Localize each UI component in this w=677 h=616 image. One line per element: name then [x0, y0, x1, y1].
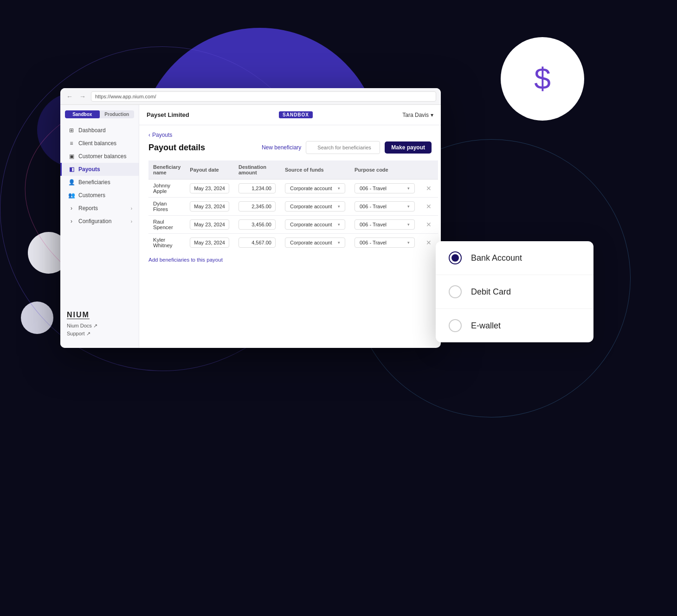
cell-date-1: May 23, 2024 [185, 198, 234, 216]
sidebar-icon-reports: › [68, 205, 75, 212]
purpose-value-2: 006 - Travel [360, 222, 387, 227]
date-picker-1[interactable]: May 23, 2024 [190, 201, 229, 212]
col-purpose: Purpose code [350, 160, 419, 180]
browser-window: ← → https://www.app.nium.com/ Sandbox Pr… [60, 88, 441, 348]
dropdown-option-bank-account[interactable]: Bank Account [436, 241, 593, 275]
purpose-dropdown-icon: ▾ [407, 240, 410, 245]
source-select-3[interactable]: Corporate account ▾ [285, 237, 345, 248]
cell-delete-2: ✕ [419, 216, 438, 234]
delete-row-button-3[interactable]: ✕ [424, 238, 433, 247]
cell-purpose-3: 006 - Travel ▾ [350, 234, 419, 252]
app-layout: Sandbox Production ⊞ Dashboard ≡ Client … [60, 105, 441, 348]
forward-button[interactable]: → [78, 92, 87, 101]
nium-docs-link[interactable]: Nium Docs ↗ [67, 323, 132, 329]
sidebar-item-configuration[interactable]: › Configuration › [60, 215, 139, 228]
cell-purpose-1: 006 - Travel ▾ [350, 198, 419, 216]
dropdown-option-e-wallet[interactable]: E-wallet [436, 309, 593, 342]
table-row: Raul Spencer May 23, 2024 3,456.00 Corpo… [148, 216, 438, 234]
back-button[interactable]: ← [65, 92, 74, 101]
radio-e-wallet [449, 319, 462, 332]
sidebar-item-client-balances[interactable]: ≡ Client balances [60, 137, 139, 150]
sidebar-icon-client-balances: ≡ [68, 140, 75, 147]
source-dropdown-icon: ▾ [338, 222, 340, 227]
user-menu[interactable]: Tara Davis ▾ [402, 112, 433, 118]
env-toggle: Sandbox Production [65, 110, 134, 118]
sidebar-icon-payouts: ◧ [68, 166, 75, 173]
new-beneficiary-link[interactable]: New beneficiary [262, 144, 301, 151]
env-badge: SANDBOX [279, 111, 313, 118]
sidebar-label-dashboard: Dashboard [78, 127, 106, 134]
col-beneficiary: Beneficiary name [148, 160, 185, 180]
cell-delete-0: ✕ [419, 180, 438, 198]
source-value-2: Corporate account [290, 222, 332, 227]
sidebar-icon-beneficiaries: 👤 [68, 179, 75, 186]
chevron-icon: › [131, 219, 132, 224]
payout-table: Beneficiary name Payout date Destination… [148, 160, 438, 251]
date-picker-2[interactable]: May 23, 2024 [190, 219, 229, 230]
option-label-bank-account: Bank Account [471, 253, 522, 263]
table-body: Johnny Apple May 23, 2024 1,234.00 Corpo… [148, 180, 438, 252]
company-name: Payset Limited [147, 111, 189, 118]
cell-date-0: May 23, 2024 [185, 180, 234, 198]
sidebar-items-container: ⊞ Dashboard ≡ Client balances ▣ Customer… [60, 124, 139, 228]
table-header-row: Beneficiary name Payout date Destination… [148, 160, 438, 180]
sidebar-item-reports[interactable]: › Reports › [60, 202, 139, 215]
purpose-value-3: 006 - Travel [360, 240, 387, 245]
cell-source-2: Corporate account ▾ [280, 216, 350, 234]
sidebar-item-beneficiaries[interactable]: 👤 Beneficiaries [60, 176, 139, 189]
dropdown-option-debit-card[interactable]: Debit Card [436, 275, 593, 309]
sidebar-item-payouts[interactable]: ◧ Payouts [60, 163, 139, 176]
cell-source-0: Corporate account ▾ [280, 180, 350, 198]
delete-row-button-2[interactable]: ✕ [424, 220, 433, 229]
purpose-select-0[interactable]: 006 - Travel ▾ [355, 183, 415, 193]
page-header: Payout details New beneficiary 🔍 Make pa… [148, 141, 432, 154]
search-input[interactable] [306, 141, 380, 154]
amount-input-3[interactable]: 4,567.00 [239, 237, 276, 248]
cell-source-1: Corporate account ▾ [280, 198, 350, 216]
delete-row-button-1[interactable]: ✕ [424, 202, 433, 211]
cell-name-2: Raul Spencer [148, 216, 185, 234]
purpose-select-1[interactable]: 006 - Travel ▾ [355, 201, 415, 212]
sidebar-label-configuration: Configuration [78, 218, 111, 225]
add-beneficiaries-link[interactable]: Add beneficiaries to this payout [148, 257, 223, 263]
cell-name-1: Dylan Flores [148, 198, 185, 216]
sidebar-footer-links: Nium Docs ↗ Support ↗ [67, 323, 132, 337]
sidebar-item-dashboard[interactable]: ⊞ Dashboard [60, 124, 139, 137]
production-toggle[interactable]: Production [100, 110, 135, 118]
purpose-value-1: 006 - Travel [360, 204, 387, 209]
sidebar-item-customers[interactable]: 👥 Customers [60, 189, 139, 202]
dollar-icon: $ [501, 37, 584, 121]
sidebar-label-payouts: Payouts [78, 166, 100, 173]
source-select-1[interactable]: Corporate account ▾ [285, 201, 345, 212]
purpose-dropdown-icon: ▾ [407, 222, 410, 227]
source-value-1: Corporate account [290, 204, 332, 209]
amount-input-1[interactable]: 2,345.00 [239, 201, 276, 212]
address-bar: https://www.app.nium.com/ [91, 91, 436, 102]
col-amount: Destination amount [234, 160, 280, 180]
make-payout-button[interactable]: Make payout [385, 141, 432, 154]
delete-row-button-0[interactable]: ✕ [424, 184, 433, 193]
cell-date-3: May 23, 2024 [185, 234, 234, 252]
breadcrumb[interactable]: ‹ Payouts [148, 132, 432, 138]
radio-debit-card [449, 285, 462, 298]
purpose-select-2[interactable]: 006 - Travel ▾ [355, 219, 415, 230]
sidebar-icon-customer-balances: ▣ [68, 153, 75, 160]
cell-delete-1: ✕ [419, 198, 438, 216]
date-picker-3[interactable]: May 23, 2024 [190, 237, 229, 248]
source-select-0[interactable]: Corporate account ▾ [285, 183, 345, 193]
sidebar-item-customer-balances[interactable]: ▣ Customer balances [60, 150, 139, 163]
source-dropdown-icon: ▾ [338, 240, 340, 245]
header-actions: New beneficiary 🔍 Make payout [262, 141, 432, 154]
support-link[interactable]: Support ↗ [67, 331, 132, 337]
date-picker-0[interactable]: May 23, 2024 [190, 183, 229, 193]
purpose-select-3[interactable]: 006 - Travel ▾ [355, 237, 415, 248]
option-label-debit-card: Debit Card [471, 287, 511, 297]
amount-input-0[interactable]: 1,234.00 [239, 183, 276, 193]
source-select-2[interactable]: Corporate account ▾ [285, 219, 345, 230]
sidebar-label-customers: Customers [78, 192, 105, 199]
sandbox-toggle[interactable]: Sandbox [65, 110, 100, 118]
cell-purpose-2: 006 - Travel ▾ [350, 216, 419, 234]
amount-input-2[interactable]: 3,456.00 [239, 219, 276, 230]
cell-name-0: Johnny Apple [148, 180, 185, 198]
main-header: Payset Limited SANDBOX Tara Davis ▾ [139, 105, 441, 125]
